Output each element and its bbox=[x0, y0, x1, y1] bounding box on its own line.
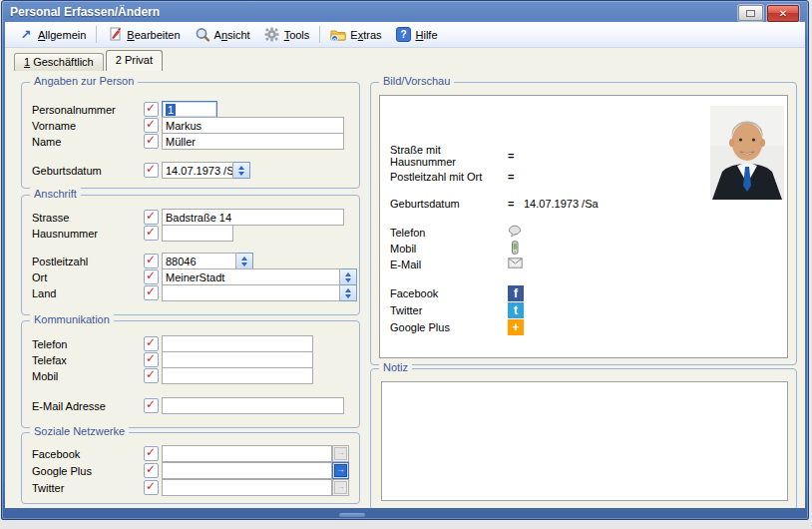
phone-bubble-icon bbox=[508, 225, 523, 240]
vorname-input[interactable]: Markus bbox=[162, 117, 344, 134]
field-row: Land bbox=[32, 284, 357, 301]
personalnummer-label: Personalnummer bbox=[32, 104, 144, 116]
field-row: Vorname Markus bbox=[32, 117, 344, 134]
validation-check-icon[interactable] bbox=[144, 285, 159, 300]
group-notiz: Notiz bbox=[370, 368, 797, 508]
tab-content-privat: Angaben zur Person Personalnummer 1 Vorn… bbox=[5, 71, 805, 508]
group-title: Angaben zur Person bbox=[30, 75, 138, 87]
telefax-input[interactable] bbox=[162, 351, 313, 368]
validation-check-icon[interactable] bbox=[144, 102, 159, 117]
field-row: Facebook → bbox=[32, 445, 349, 462]
svg-text:?: ? bbox=[400, 29, 406, 40]
restore-button[interactable] bbox=[738, 5, 763, 21]
validation-check-icon[interactable] bbox=[144, 480, 159, 495]
group-anschrift: Anschrift Strasse Badstraße 14 Hausnumme… bbox=[21, 195, 360, 315]
validation-check-icon[interactable] bbox=[144, 118, 159, 133]
google-plus-input[interactable] bbox=[162, 462, 332, 479]
preview-row: Postleitzahl mit Ort = bbox=[390, 169, 524, 184]
postleitzahl-input[interactable]: 88046 bbox=[162, 253, 236, 269]
validation-check-icon[interactable] bbox=[144, 269, 159, 284]
mobil-input[interactable] bbox=[162, 367, 313, 384]
telefon-label: Telefon bbox=[32, 338, 144, 350]
google-plus-open-button[interactable]: → bbox=[332, 462, 349, 479]
facebook-open-button[interactable]: → bbox=[332, 445, 349, 462]
validation-check-icon[interactable] bbox=[144, 254, 159, 268]
group-title: Notiz bbox=[379, 361, 412, 373]
preview-facebook-label: Facebook bbox=[390, 287, 508, 299]
preview-plz-ort-label: Postleitzahl mit Ort bbox=[390, 171, 508, 183]
twitter-label: Twitter bbox=[32, 482, 144, 494]
close-button[interactable]: ✕ bbox=[767, 5, 799, 22]
equals-sign: = bbox=[508, 171, 524, 183]
menu-tools[interactable]: Tools bbox=[257, 24, 317, 45]
folder-icon: o bbox=[330, 27, 346, 43]
group-kommunikation: Kommunikation Telefon Telefax Mobil bbox=[21, 320, 360, 428]
name-input[interactable]: Müller bbox=[162, 133, 344, 150]
field-row: Hausnummer bbox=[32, 225, 344, 242]
vorname-label: Vorname bbox=[32, 120, 144, 132]
validation-check-icon[interactable] bbox=[144, 336, 159, 351]
window-title: Personal Erfassen/Ändern bbox=[10, 5, 160, 19]
geburtsdatum-spinner[interactable] bbox=[233, 162, 250, 179]
menu-allgemein[interactable]: ↗ Allgemein bbox=[11, 24, 93, 45]
field-row: Google Plus → bbox=[32, 462, 349, 479]
menu-bearbeiten[interactable]: Bearbeiten bbox=[100, 24, 187, 45]
field-row: Telefon bbox=[32, 335, 344, 352]
geburtsdatum-input[interactable]: 14.07.1973 /Sa bbox=[162, 162, 233, 179]
preview-row: Geburtsdatum = 14.07.1973 /Sa bbox=[390, 196, 599, 211]
geburtsdatum-label: Geburtsdatum bbox=[32, 165, 144, 177]
email-input[interactable] bbox=[162, 397, 344, 414]
facebook-input[interactable] bbox=[162, 445, 332, 462]
land-input[interactable] bbox=[162, 284, 340, 301]
open-link-icon: → bbox=[334, 447, 347, 460]
resize-grip[interactable] bbox=[339, 513, 365, 517]
twitter-open-button[interactable]: → bbox=[332, 479, 349, 496]
land-label: Land bbox=[32, 287, 144, 299]
group-soziale-netzwerke: Soziale Netzwerke Facebook → Google Plus… bbox=[21, 432, 360, 504]
open-link-icon: → bbox=[334, 464, 347, 477]
ort-label: Ort bbox=[32, 271, 144, 283]
validation-check-icon[interactable] bbox=[144, 226, 159, 241]
notiz-textarea[interactable] bbox=[381, 381, 788, 501]
validation-check-icon[interactable] bbox=[144, 398, 159, 413]
field-row: Twitter → bbox=[32, 479, 349, 496]
validation-check-icon[interactable] bbox=[144, 210, 159, 225]
personalnummer-input[interactable]: 1 bbox=[162, 101, 217, 118]
preview-geburtsdatum-label: Geburtsdatum bbox=[390, 198, 508, 210]
preview-strasse-label: Straße mit Hausnummer bbox=[390, 144, 508, 168]
field-row: Personalnummer 1 bbox=[32, 101, 344, 118]
ort-spinner[interactable] bbox=[340, 268, 357, 285]
validation-check-icon[interactable] bbox=[144, 446, 159, 461]
strasse-input[interactable]: Badstraße 14 bbox=[162, 209, 344, 226]
preview-box: Straße mit Hausnummer = Postleitzahl mit… bbox=[379, 95, 788, 358]
validation-check-icon[interactable] bbox=[144, 163, 159, 178]
ort-input[interactable]: MeinerStadt bbox=[162, 268, 340, 285]
land-spinner[interactable] bbox=[340, 284, 357, 301]
telefon-input[interactable] bbox=[162, 335, 313, 352]
validation-check-icon[interactable] bbox=[144, 368, 159, 383]
twitter-input[interactable] bbox=[162, 479, 332, 496]
validation-check-icon[interactable] bbox=[144, 463, 159, 478]
preview-twitter-label: Twitter bbox=[390, 304, 508, 316]
menu-ansicht[interactable]: Ansicht bbox=[188, 24, 257, 45]
desktop: Personal Erfassen/Ändern ✕ ↗ Allgemein bbox=[0, 0, 812, 529]
menu-hilfe[interactable]: ? Hilfe bbox=[389, 24, 445, 45]
preview-row: E-Mail bbox=[390, 257, 523, 271]
preview-row: Mobil bbox=[390, 241, 522, 256]
preview-mobil-label: Mobil bbox=[390, 243, 508, 255]
titlebar[interactable]: Personal Erfassen/Ändern bbox=[2, 1, 808, 22]
field-row: Strasse Badstraße 14 bbox=[32, 209, 344, 226]
gear-icon bbox=[264, 27, 280, 43]
arrow-up-right-icon: ↗ bbox=[18, 27, 34, 43]
postleitzahl-spinner[interactable] bbox=[236, 253, 253, 269]
tab-privat[interactable]: 2 Privat bbox=[106, 50, 163, 71]
group-title: Anschrift bbox=[30, 188, 81, 200]
preview-row: Facebook f bbox=[390, 285, 524, 300]
hausnummer-input[interactable] bbox=[162, 225, 233, 242]
validation-check-icon[interactable] bbox=[144, 352, 159, 367]
email-label: E-Mail Adresse bbox=[32, 400, 144, 412]
preview-google-plus-label: Google Plus bbox=[390, 321, 508, 333]
validation-check-icon[interactable] bbox=[144, 134, 159, 149]
tab-geschaeftlich[interactable]: 1 Geschäftlich bbox=[14, 53, 104, 71]
menu-extras[interactable]: o Extras bbox=[323, 24, 388, 45]
